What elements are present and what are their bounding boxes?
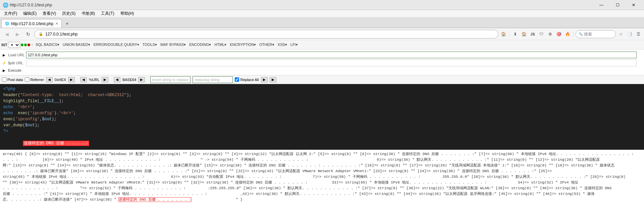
menu-bar: 文件(F) 编辑(E) 查看(V) 历史(S) 书签(B) 工具(T) 帮助(H… <box>0 10 644 17</box>
output-line-2: . . . : [8]=> string(49) " IPv4 地址 . . .… <box>3 157 641 163</box>
sqli-btn-encoding[interactable]: ENCODING▾ <box>188 42 212 48</box>
code-line-5: echo exec('ipconfig').'<br>'; <box>3 110 641 116</box>
replace-all-checkbox[interactable] <box>235 77 239 82</box>
address-input[interactable] <box>45 32 494 37</box>
menu-bookmarks[interactable]: 书签(B) <box>79 10 98 17</box>
tab-close-button[interactable]: ✕ <box>55 22 58 25</box>
download-button[interactable]: ⬇ <box>512 30 519 38</box>
code-line-2: header("Content-type: text/html; charset… <box>3 92 641 98</box>
execute-row: ▶ Execute <box>0 67 644 74</box>
nav-icons-right: 🏠 ⬇ 🏠 JS 🛡 ⚙ 🎯 🔥 🔍 ☆ 📑 ☰ <box>500 30 642 38</box>
sqli-btn-union-based[interactable]: UNION BASED▾ <box>61 42 92 48</box>
execute-icon[interactable]: ▶ <box>1 68 7 73</box>
maximize-button[interactable]: ☐ <box>610 0 625 10</box>
execute-button[interactable]: Execute <box>8 68 21 72</box>
sqli-btn-html[interactable]: HTML▾ <box>213 42 228 48</box>
code-line-3: highlight_file(__FILE__); <box>3 98 641 104</box>
base64-left-arrow[interactable]: ◀ <box>114 77 120 82</box>
insert-replace-input[interactable] <box>150 76 191 83</box>
hex-left-arrow[interactable]: ◀ <box>46 77 53 82</box>
minimize-button[interactable]: — <box>594 0 609 10</box>
sqli-btn-xss[interactable]: XSS▾ <box>276 42 288 48</box>
hex-label: 0xHEX <box>55 78 66 82</box>
target-icon[interactable]: 🎯 <box>555 30 562 38</box>
split-url-row: ⚡ $plit URL <box>0 59 644 67</box>
output-line-7: . . . . . . . . . . . . : "=> string(52)… <box>3 186 641 191</box>
insert-replacing-input[interactable] <box>193 76 233 83</box>
code-area: <?php header("Content-type: text/html; c… <box>0 84 644 150</box>
menu-tools[interactable]: 工具(T) <box>98 10 117 17</box>
secure-icon: 🔒 <box>39 32 43 36</box>
search-icon: 🔍 <box>579 32 583 36</box>
replace-right-arrow[interactable]: ▶ <box>261 77 268 82</box>
home-button[interactable]: 🏠 <box>500 30 507 38</box>
output-area: array(48) { [0]=> string(0) "" [1]=> str… <box>0 150 644 214</box>
post-data-checkbox-label[interactable]: Post data <box>2 77 23 82</box>
search-input[interactable] <box>584 32 611 37</box>
split-url-icon[interactable]: ⚡ <box>1 60 7 66</box>
post-data-checkbox[interactable] <box>2 77 6 82</box>
referrer-checkbox-label[interactable]: Referrer <box>25 77 44 82</box>
nav-separator-2 <box>573 31 574 38</box>
close-button[interactable]: ✕ <box>626 0 641 10</box>
replace-all-label: Replace All <box>240 78 259 82</box>
sqli-btn-tools[interactable]: TOOLS▾ <box>141 42 158 48</box>
more-icon[interactable]: ☰ <box>635 30 642 38</box>
window-title: http://127.0.0.1/test.php <box>10 3 52 7</box>
post-data-label: Post data <box>7 78 23 82</box>
status-dot-red <box>28 44 30 46</box>
js-button[interactable]: JS <box>529 30 536 38</box>
code-line-highlighted: 连接特定的 DNS 后缀 ........: <box>3 134 641 150</box>
replace-all-checkbox-label[interactable]: Replace All <box>235 77 259 82</box>
browser-logo-icon: 🌐 <box>3 2 8 8</box>
sqli-btn-other[interactable]: OTHER▾ <box>258 42 276 48</box>
referrer-checkbox[interactable] <box>25 77 29 82</box>
load-url-row: ▶ Load URL <box>0 51 644 59</box>
split-url-label: $plit URL <box>8 61 23 65</box>
output-line-3: 网:" [13]=> string(0) "" [14]=> string(53… <box>3 163 641 168</box>
new-tab-button[interactable]: + <box>63 20 71 28</box>
menu-history[interactable]: 历史(S) <box>59 10 78 17</box>
load-url-icon[interactable]: ▶ <box>1 52 7 58</box>
menu-edit[interactable]: 编辑(E) <box>20 10 39 17</box>
sqli-btn-error-double[interactable]: ERROR/DOUBLE QUERY▾ <box>92 42 141 48</box>
load-url-label: Load URL <box>8 53 25 57</box>
menu-view[interactable]: 查看(V) <box>40 10 59 17</box>
sqli-int-select[interactable]: ▾ <box>8 42 20 48</box>
options-bar: Post data Referrer ◀ 0xHEX ▶ ◀ %URL ▶ ◀ … <box>0 75 644 84</box>
window-controls: — ☐ ✕ <box>594 0 641 10</box>
hex-right-arrow[interactable]: ▶ <box>68 77 75 82</box>
back-button[interactable]: ◀ <box>2 29 11 39</box>
highlighted-dns-text: 连接特定的 DNS 后缀 ........: <box>23 141 89 146</box>
sqli-btn-waf-bypass[interactable]: WAF BYPASS▾ <box>159 42 187 48</box>
menu-file[interactable]: 文件(F) <box>1 10 20 17</box>
url-right-arrow[interactable]: ▶ <box>102 77 108 82</box>
code-line-6: exec('ipconfig',$out); <box>3 116 641 122</box>
active-tab[interactable]: 🌐 http://127.0.0.1/test.php ✕ <box>1 19 62 28</box>
referrer-label: Referrer <box>30 78 44 82</box>
load-url-input[interactable] <box>26 52 637 58</box>
bookmark-icon[interactable]: 📑 <box>626 30 633 38</box>
code-line-7: var_dump($out); <box>3 122 641 128</box>
forward-button[interactable]: ▶ <box>13 29 22 39</box>
sqli-btn-encryption[interactable]: ENCRYPTION▾ <box>228 42 257 48</box>
sqli-int-label: INT <box>1 43 7 47</box>
output-line-9: 态. . . . . . . .: 媒体已断开连接" [47]=> string… <box>3 197 641 203</box>
sqli-btn-sql-basics[interactable]: SQL BASICS▾ <box>34 42 61 48</box>
tab-bar: 🌐 http://127.0.0.1/test.php ✕ + <box>0 17 644 28</box>
code-line-8: ?> <box>3 128 641 134</box>
base64-right-arrow[interactable]: ▶ <box>138 77 145 82</box>
code-line-4: echo '<br>'; <box>3 104 641 110</box>
extra-arrow[interactable]: ▶ <box>270 77 276 82</box>
sqli-btn-lfi[interactable]: LFI▾ <box>289 42 299 48</box>
menu-help[interactable]: 帮助(H) <box>118 10 137 17</box>
star-button[interactable]: ☆ <box>617 30 625 38</box>
tab-label: http://127.0.0.1/test.php <box>11 21 53 26</box>
refresh-button[interactable]: ↻ <box>23 29 33 39</box>
url-left-arrow[interactable]: ◀ <box>80 77 87 82</box>
status-dot-green2 <box>24 44 27 46</box>
home-alt-button[interactable]: 🏠 <box>520 30 528 38</box>
base64-label: BASE64 <box>122 78 137 82</box>
settings-icon[interactable]: ⚙ <box>546 30 554 38</box>
nav-search-box: 🔍 <box>576 30 616 38</box>
